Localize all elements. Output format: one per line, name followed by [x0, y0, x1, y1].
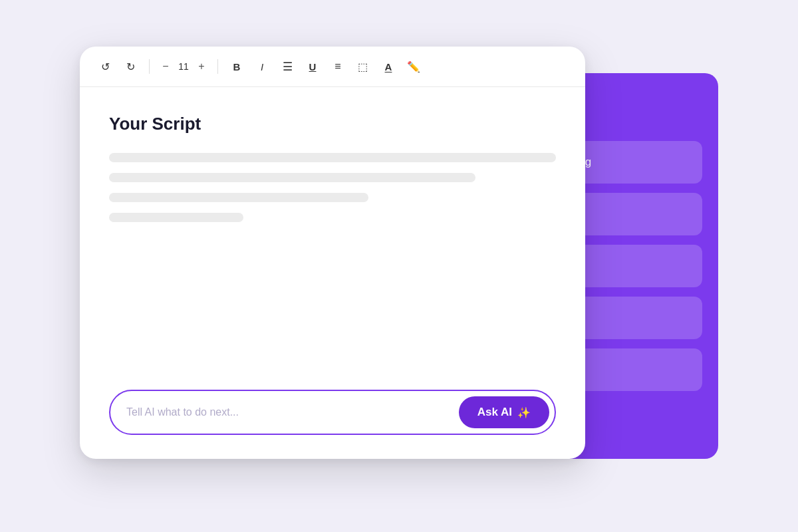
bold-button[interactable]: B [226, 56, 247, 77]
toolbar: ↺ ↻ − 11 + B I [80, 47, 585, 87]
bullet-list-icon: ☰ [283, 60, 293, 74]
toolbar-divider-2 [217, 59, 218, 74]
text-line-2 [109, 173, 475, 182]
font-size-control: − 11 + [158, 59, 209, 74]
font-color-button[interactable]: A [378, 56, 399, 77]
font-size-increase-button[interactable]: + [194, 59, 209, 74]
underline-button[interactable]: U [302, 56, 323, 77]
pencil-icon: ✏️ [407, 61, 420, 73]
font-size-decrease-button[interactable]: − [158, 59, 174, 74]
ai-input-placeholder[interactable]: Tell AI what to do next... [126, 406, 459, 418]
bold-icon: B [233, 61, 241, 72]
scene: ve Writing elling shorter onger e tone ↺… [80, 47, 718, 485]
highlight-button[interactable]: ✏️ [403, 56, 424, 77]
toolbar-divider-1 [149, 59, 150, 74]
align-right-icon: ⬚ [358, 61, 368, 73]
undo-icon: ↺ [101, 61, 110, 73]
ask-ai-button[interactable]: Ask AI ✨ [459, 396, 549, 428]
ask-ai-label: Ask AI [477, 406, 512, 419]
wand-icon: ✨ [517, 406, 531, 419]
undo-button[interactable]: ↺ [94, 56, 116, 77]
ai-input-wrapper: Tell AI what to do next... Ask AI ✨ [109, 390, 556, 435]
underline-icon: U [309, 61, 317, 72]
italic-button[interactable]: I [251, 56, 273, 77]
align-left-icon: ≡ [334, 61, 340, 72]
text-line-4 [109, 213, 243, 222]
font-color-icon: A [385, 61, 392, 72]
redo-button[interactable]: ↻ [120, 56, 141, 77]
font-size-value: 11 [176, 61, 191, 72]
bullet-list-button[interactable]: ☰ [277, 56, 298, 77]
minus-icon: − [162, 61, 168, 72]
plus-icon: + [198, 61, 204, 72]
text-line-1 [109, 153, 556, 162]
editor-content[interactable]: Your Script [80, 87, 585, 376]
italic-icon: I [261, 61, 263, 72]
redo-icon: ↻ [126, 61, 135, 73]
align-left-button[interactable]: ≡ [327, 56, 348, 77]
editor-card: ↺ ↻ − 11 + B I [80, 47, 585, 459]
ai-input-area: Tell AI what to do next... Ask AI ✨ [80, 376, 585, 459]
align-right-button[interactable]: ⬚ [352, 56, 374, 77]
text-line-3 [109, 193, 368, 202]
doc-title: Your Script [109, 114, 556, 134]
